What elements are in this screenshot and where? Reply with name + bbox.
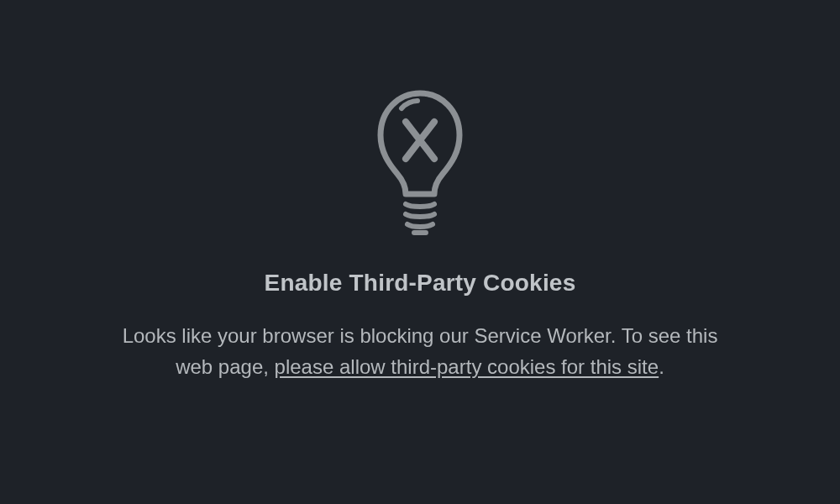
notice-heading: Enable Third-Party Cookies	[265, 270, 576, 297]
notice-message-suffix: .	[659, 355, 664, 378]
lightbulb-x-icon	[374, 88, 466, 239]
notice-message: Looks like your browser is blocking our …	[118, 320, 722, 382]
allow-cookies-link[interactable]: please allow third-party cookies for thi…	[275, 355, 659, 378]
cookie-notice-container: Enable Third-Party Cookies Looks like yo…	[84, 88, 756, 382]
